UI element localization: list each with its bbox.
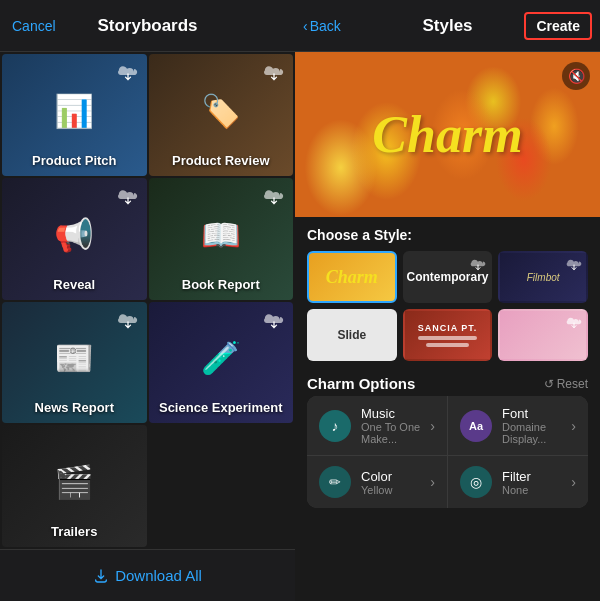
color-text: Color Yellow <box>361 469 430 496</box>
style-filmbot-text: Filmbot <box>527 272 560 283</box>
sancia-bar-2 <box>426 343 469 347</box>
product-pitch-icon: 📊 <box>54 92 94 130</box>
cloud-icon-svg <box>264 313 284 329</box>
cloud-icon-svg <box>118 65 138 81</box>
charm-options-header: Charm Options ↺ Reset <box>307 375 588 392</box>
grid-item-news-report[interactable]: 📰 News Report <box>2 302 147 424</box>
grid-item-product-review[interactable]: 🏷️ Product Review <box>149 54 294 176</box>
style-item-pink[interactable] <box>498 309 588 361</box>
style-preview: Charm 🔇 <box>295 52 600 217</box>
style-slide-text: Slide <box>337 328 366 342</box>
font-option[interactable]: Aa Font Domaine Display... › <box>448 396 588 455</box>
left-panel: Cancel Storyboards 📊 Product Pitch � <box>0 0 295 601</box>
music-option[interactable]: ♪ Music One To One Make... › <box>307 396 447 455</box>
style-sancia-text: SANCIA PT. <box>418 323 478 333</box>
news-report-icon: 📰 <box>54 340 94 378</box>
color-icon: ✏ <box>319 466 351 498</box>
download-all-text: Download All <box>93 567 202 584</box>
music-icon: ♪ <box>319 410 351 442</box>
font-icon: Aa <box>460 410 492 442</box>
book-report-label: Book Report <box>182 277 260 292</box>
cloud-download-icon <box>117 310 139 332</box>
news-report-label: News Report <box>35 400 114 415</box>
cloud-download-icon <box>263 62 285 84</box>
grid-item-book-report[interactable]: 📖 Book Report <box>149 178 294 300</box>
science-experiment-label: Science Experiment <box>159 400 283 415</box>
product-review-icon: 🏷️ <box>201 92 241 130</box>
cancel-button[interactable]: Cancel <box>12 18 56 34</box>
storyboard-grid: 📊 Product Pitch 🏷️ Product Review <box>0 52 295 549</box>
color-title: Color <box>361 469 430 484</box>
choose-style-label: Choose a Style: <box>307 227 588 243</box>
chevron-right-icon: › <box>571 418 576 434</box>
charm-options-label: Charm Options <box>307 375 415 392</box>
reveal-icon: 📢 <box>54 216 94 254</box>
cloud-download-icon <box>117 62 139 84</box>
reset-button[interactable]: ↺ Reset <box>544 377 588 391</box>
grid-item-product-pitch[interactable]: 📊 Product Pitch <box>2 54 147 176</box>
options-grid: ♪ Music One To One Make... › Aa Font Dom… <box>307 396 588 508</box>
cloud-download-icon <box>117 186 139 208</box>
grid-item-reveal[interactable]: 📢 Reveal <box>2 178 147 300</box>
sancia-bar <box>418 336 478 340</box>
right-header: ‹ Back Styles Create <box>295 0 600 52</box>
music-text: Music One To One Make... <box>361 406 430 445</box>
preview-style-name: Charm <box>372 105 522 164</box>
grid-item-science-experiment[interactable]: 🧪 Science Experiment <box>149 302 294 424</box>
product-review-label: Product Review <box>172 153 270 168</box>
download-icon <box>93 568 109 584</box>
left-header: Cancel Storyboards <box>0 0 295 52</box>
reveal-label: Reveal <box>53 277 95 292</box>
filter-text: Filter None <box>502 469 571 496</box>
music-title: Music <box>361 406 430 421</box>
chevron-right-icon: › <box>430 418 435 434</box>
back-button[interactable]: ‹ Back <box>303 18 341 34</box>
font-title: Font <box>502 406 571 421</box>
product-pitch-label: Product Pitch <box>32 153 117 168</box>
create-button[interactable]: Create <box>524 12 592 40</box>
filter-option[interactable]: ◎ Filter None › <box>448 456 588 508</box>
chevron-right-icon: › <box>571 474 576 490</box>
download-all-button[interactable]: Download All <box>0 549 295 601</box>
style-item-slide[interactable]: Slide <box>307 309 397 361</box>
cloud-icon <box>566 257 582 275</box>
font-value: Domaine Display... <box>502 421 571 445</box>
grid-item-trailers[interactable]: 🎬 Trailers <box>2 425 147 547</box>
trailers-label: Trailers <box>51 524 97 539</box>
style-item-charm[interactable]: Charm <box>307 251 397 303</box>
music-value: One To One Make... <box>361 421 430 445</box>
filter-icon: ◎ <box>460 466 492 498</box>
cloud-icon <box>470 257 486 275</box>
color-option[interactable]: ✏ Color Yellow › <box>307 456 447 508</box>
science-experiment-icon: 🧪 <box>201 340 241 378</box>
style-item-contemporary[interactable]: Contemporary <box>403 251 493 303</box>
charm-options-section: Charm Options ↺ Reset ♪ Music One To One… <box>295 367 600 508</box>
cloud-icon-svg <box>264 65 284 81</box>
charm-options-list: ♪ Music One To One Make... › Aa Font Dom… <box>307 396 588 508</box>
cloud-icon <box>566 315 582 333</box>
style-item-sancia[interactable]: SANCIA PT. <box>403 309 493 361</box>
right-panel: ‹ Back Styles Create Charm 🔇 Choose a St… <box>295 0 600 601</box>
filter-title: Filter <box>502 469 571 484</box>
choose-style-section: Choose a Style: Charm Contemporary <box>295 217 600 367</box>
color-value: Yellow <box>361 484 430 496</box>
cloud-icon-svg <box>118 313 138 329</box>
mute-button[interactable]: 🔇 <box>562 62 590 90</box>
style-grid: Charm Contemporary <box>307 251 588 361</box>
cloud-icon-svg <box>118 189 138 205</box>
style-item-filmbot[interactable]: Filmbot <box>498 251 588 303</box>
font-text: Font Domaine Display... <box>502 406 571 445</box>
chevron-right-icon: › <box>430 474 435 490</box>
trailers-icon: 🎬 <box>54 463 94 501</box>
book-report-icon: 📖 <box>201 216 241 254</box>
cloud-download-icon <box>263 310 285 332</box>
styles-title: Styles <box>422 16 472 36</box>
cloud-icon-svg <box>264 189 284 205</box>
style-charm-text: Charm <box>326 267 378 288</box>
filter-value: None <box>502 484 571 496</box>
storyboards-title: Storyboards <box>97 16 197 36</box>
cloud-download-icon <box>263 186 285 208</box>
